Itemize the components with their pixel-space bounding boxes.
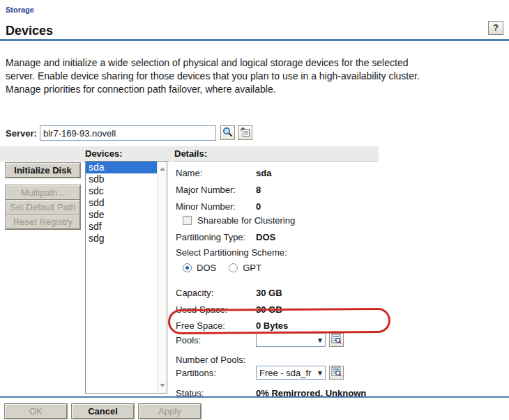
magnifier-icon (222, 127, 233, 139)
multipath-button[interactable]: Multipath... (6, 185, 80, 200)
pools-dropdown[interactable]: ▼ (256, 333, 326, 347)
dos-radio-label: DOS (197, 263, 216, 273)
object-history-button[interactable] (238, 125, 252, 140)
major-number-value: 8 (256, 185, 261, 195)
used-space-value: 30 GB (256, 304, 282, 315)
number-of-pools-label: Number of Pools: (176, 355, 245, 365)
page-description: Manage and initialize a wide selection o… (6, 56, 439, 96)
device-list-item[interactable]: sdg (86, 233, 157, 244)
shareable-label: Shareable for Clustering (197, 215, 295, 226)
detail-row-scheme-label: Select Partitioning Scheme: (176, 245, 379, 259)
apply-button[interactable]: Apply (139, 404, 201, 419)
device-list-item[interactable]: sdd (86, 197, 157, 209)
ok-button[interactable]: OK (5, 404, 67, 419)
footer-divider (0, 396, 509, 398)
listbox-scrollbar[interactable] (157, 162, 167, 393)
detail-row-free-space: Free Space: 0 Bytes (176, 318, 379, 332)
breadcrumb-storage-link[interactable]: Storage (6, 6, 34, 14)
scroll-up-icon[interactable] (160, 167, 165, 171)
partitions-dropdown-value: Free - sda_fr (259, 368, 315, 378)
reset-registry-button[interactable]: Reset Registry (6, 215, 80, 229)
initialize-disk-button[interactable]: Initialize Disk (6, 163, 80, 178)
details-section: Name: sda Major Number: 8 Minor Number: … (176, 146, 379, 396)
devices-column-header: Devices: (85, 148, 122, 159)
detail-row-pools: Pools: ▼ (176, 333, 379, 347)
device-list-item[interactable]: sdc (86, 185, 157, 197)
name-label: Name: (176, 168, 256, 178)
shareable-checkbox[interactable] (183, 216, 192, 225)
device-management-panel: Devices: Details: Initialize Disk Multip… (0, 146, 379, 396)
detail-row-name: Name: sda (176, 166, 379, 180)
capacity-value: 30 GB (256, 288, 282, 298)
detail-row-scheme-options: DOS GPT (176, 260, 379, 274)
object-history-icon (240, 127, 250, 139)
minor-number-value: 0 (256, 201, 261, 212)
server-label: Server: (6, 128, 37, 139)
name-value: sda (256, 168, 271, 178)
view-objects-icon (331, 334, 342, 347)
scroll-down-icon[interactable] (160, 384, 165, 387)
detail-row-status: Status: 0% Remirrored, Unknown (176, 386, 379, 400)
detail-row-major-number: Major Number: 8 (176, 182, 379, 196)
major-number-label: Major Number: (176, 185, 256, 195)
gpt-radio-label: GPT (243, 263, 261, 273)
free-space-value: 0 Bytes (256, 320, 288, 331)
view-objects-icon (331, 366, 342, 380)
detail-row-partitions: Partitions: Free - sda_fr ▼ (176, 366, 379, 380)
partitions-browse-button[interactable] (329, 366, 344, 380)
chevron-down-icon: ▼ (315, 369, 325, 377)
detail-row-number-of-pools: Number of Pools: (176, 352, 379, 366)
device-list-item[interactable]: sde (86, 209, 157, 221)
partitioning-type-value: DOS (256, 232, 275, 242)
help-button[interactable]: ? (488, 21, 503, 35)
partitions-dropdown[interactable]: Free - sda_fr ▼ (256, 366, 326, 380)
partitioning-scheme-label: Select Partitioning Scheme: (176, 247, 287, 258)
set-default-path-button[interactable]: Set Default Path (6, 200, 80, 215)
partitions-label: Partitions: (176, 368, 256, 378)
pools-browse-button[interactable] (329, 333, 344, 347)
pools-label: Pools: (176, 335, 256, 345)
header-divider (0, 39, 509, 41)
used-space-label: Used Space: (176, 304, 256, 315)
free-space-label: Free Space: (176, 320, 256, 331)
partitioning-type-label: Partitioning Type: (176, 232, 256, 242)
devices-page: Storage Devices ? Manage and initialize … (0, 0, 509, 420)
detail-row-capacity: Capacity: 30 GB (176, 286, 379, 300)
device-list-item[interactable]: sdf (86, 221, 157, 233)
dos-radio[interactable] (183, 263, 192, 272)
object-selector-button[interactable] (220, 125, 235, 140)
chevron-down-icon: ▼ (315, 336, 325, 344)
server-input[interactable] (40, 125, 216, 141)
minor-number-label: Minor Number: (176, 201, 256, 212)
devices-listbox[interactable]: sda sdb sdc sdd sde sdf sdg (85, 161, 167, 394)
detail-row-used-space: Used Space: 30 GB (176, 302, 379, 316)
cancel-button[interactable]: Cancel (72, 404, 134, 419)
detail-row-minor-number: Minor Number: 0 (176, 199, 379, 213)
capacity-label: Capacity: (176, 288, 256, 298)
page-title: Devices (6, 24, 53, 38)
gpt-radio[interactable] (229, 263, 238, 272)
detail-row-shareable: Shareable for Clustering (176, 213, 379, 227)
device-list-item[interactable]: sdb (86, 173, 157, 185)
detail-row-partitioning-type: Partitioning Type: DOS (176, 230, 379, 244)
device-list-item[interactable]: sda (86, 162, 157, 173)
